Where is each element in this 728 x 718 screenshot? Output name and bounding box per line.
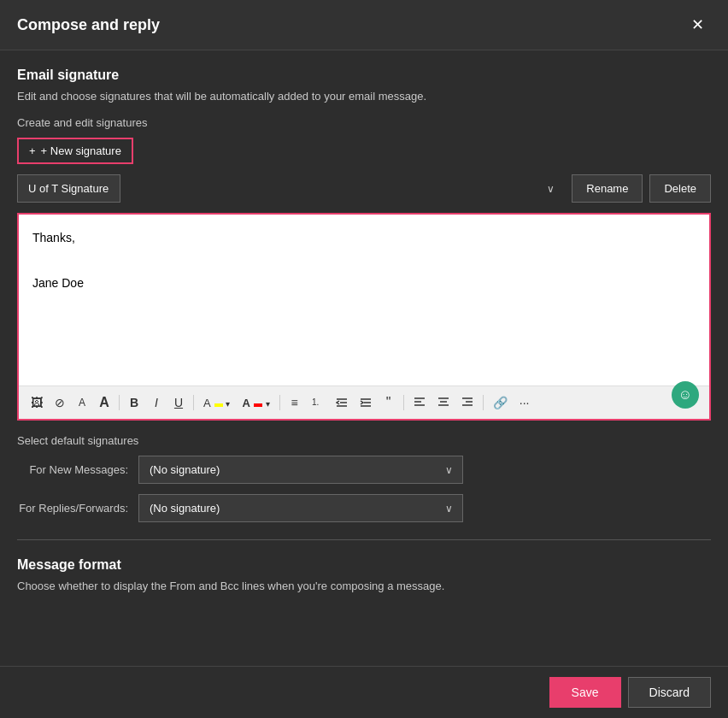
default-sigs-title: Select default signatures	[17, 434, 711, 447]
toolbar-separator-2	[193, 395, 194, 410]
bold-icon: B	[130, 396, 138, 409]
font-size-grow-button[interactable]: A	[94, 391, 114, 414]
email-signature-section: Email signature Edit and choose signatur…	[17, 68, 711, 421]
replies-dropdown-wrapper: (No signature)	[138, 494, 463, 522]
plus-icon: +	[29, 144, 36, 157]
message-format-title: Message format	[17, 557, 711, 573]
italic-icon: I	[155, 396, 158, 409]
dialog-content: Email signature Edit and choose signatur…	[0, 50, 728, 666]
new-messages-label: For New Messages:	[17, 463, 128, 476]
signature-line-blank	[32, 254, 696, 273]
close-button[interactable]: ✕	[684, 14, 711, 36]
signature-editor[interactable]: Thanks, Jane Doe	[19, 215, 709, 385]
replies-label: For Replies/Forwards:	[17, 502, 128, 515]
align-left-button[interactable]	[408, 392, 431, 414]
toolbar-separator-3	[279, 395, 280, 410]
save-button[interactable]: Save	[549, 677, 621, 708]
eraser-icon: ⊘	[55, 396, 65, 409]
align-center-icon	[437, 396, 449, 410]
toolbar-separator-5	[483, 395, 484, 410]
align-right-icon	[461, 396, 473, 410]
align-right-button[interactable]	[456, 392, 478, 414]
new-signature-label: + New signature	[41, 144, 121, 157]
new-messages-dropdown-wrapper: (No signature)	[138, 456, 463, 484]
toolbar-separator-4	[403, 395, 404, 410]
section-divider	[17, 539, 711, 540]
user-avatar: ☺	[672, 381, 699, 409]
email-signature-title: Email signature	[17, 68, 711, 83]
new-messages-select[interactable]: (No signature)	[138, 456, 463, 484]
create-edit-label: Create and edit signatures	[17, 116, 711, 129]
dialog-header: Compose and reply ✕	[0, 0, 728, 50]
replies-select[interactable]: (No signature)	[138, 494, 463, 522]
toolbar-separator-1	[119, 395, 120, 410]
underline-icon: U	[174, 396, 183, 409]
image-icon: 🖼	[31, 396, 43, 409]
compose-reply-dialog: Compose and reply ✕ Email signature Edit…	[0, 0, 728, 718]
highlight-icon: A ▾	[203, 396, 230, 409]
indent-icon	[360, 396, 372, 410]
dialog-footer: Save Discard	[0, 666, 728, 718]
font-size-button[interactable]: A	[72, 393, 92, 412]
underline-button[interactable]: U	[168, 392, 189, 413]
italic-button[interactable]: I	[146, 392, 167, 413]
quote-icon: "	[386, 395, 391, 410]
message-format-desc: Choose whether to display the From and B…	[17, 580, 711, 592]
signature-editor-wrapper: Thanks, Jane Doe ☺ 🖼 ⊘ A	[17, 213, 711, 421]
align-center-button[interactable]	[432, 392, 455, 414]
message-format-section: Message format Choose whether to display…	[17, 557, 711, 592]
outdent-button[interactable]	[331, 392, 353, 414]
bullets-icon: ≡	[291, 396, 298, 409]
rename-button[interactable]: Rename	[572, 174, 643, 203]
signature-line-1: Thanks,	[32, 228, 696, 247]
font-color-icon: A ▾	[242, 396, 269, 409]
svg-text:1.: 1.	[312, 397, 319, 407]
new-signature-button[interactable]: + + New signature	[17, 138, 133, 164]
indent-button[interactable]	[355, 392, 377, 414]
signature-line-2: Jane Doe	[32, 274, 696, 292]
more-icon: ···	[520, 396, 530, 409]
signature-select-row: U of T Signature Rename Delete	[17, 174, 711, 203]
highlight-color-button[interactable]: A ▾	[198, 392, 235, 413]
numbered-button[interactable]: 1.	[307, 392, 329, 414]
discard-button[interactable]: Discard	[628, 677, 711, 708]
more-options-button[interactable]: ···	[514, 392, 535, 413]
dialog-title: Compose and reply	[17, 16, 160, 34]
outdent-icon	[336, 396, 348, 410]
delete-button[interactable]: Delete	[649, 174, 711, 203]
avatar-icon: ☺	[678, 387, 692, 403]
bold-button[interactable]: B	[124, 392, 144, 413]
link-button[interactable]: 🔗	[488, 392, 513, 413]
new-messages-row: For New Messages: (No signature)	[17, 456, 711, 484]
font-color-button[interactable]: A ▾	[237, 392, 274, 413]
bullets-button[interactable]: ≡	[285, 392, 305, 413]
signature-select[interactable]: U of T Signature	[17, 174, 120, 203]
font-size-grow-icon: A	[99, 395, 109, 410]
align-left-icon	[414, 396, 426, 410]
insert-image-button[interactable]: 🖼	[26, 392, 48, 413]
editor-toolbar: 🖼 ⊘ A A B I	[19, 385, 709, 419]
link-icon: 🔗	[493, 396, 508, 409]
quote-button[interactable]: "	[379, 391, 399, 414]
email-signature-desc: Edit and choose signatures that will be …	[17, 90, 711, 103]
default-signatures-section: Select default signatures For New Messag…	[17, 434, 711, 522]
signature-select-wrapper: U of T Signature	[17, 174, 565, 203]
font-size-icon: A	[79, 397, 85, 409]
replies-row: For Replies/Forwards: (No signature)	[17, 494, 711, 522]
numbered-icon: 1.	[312, 396, 324, 410]
clear-formatting-button[interactable]: ⊘	[50, 392, 70, 413]
